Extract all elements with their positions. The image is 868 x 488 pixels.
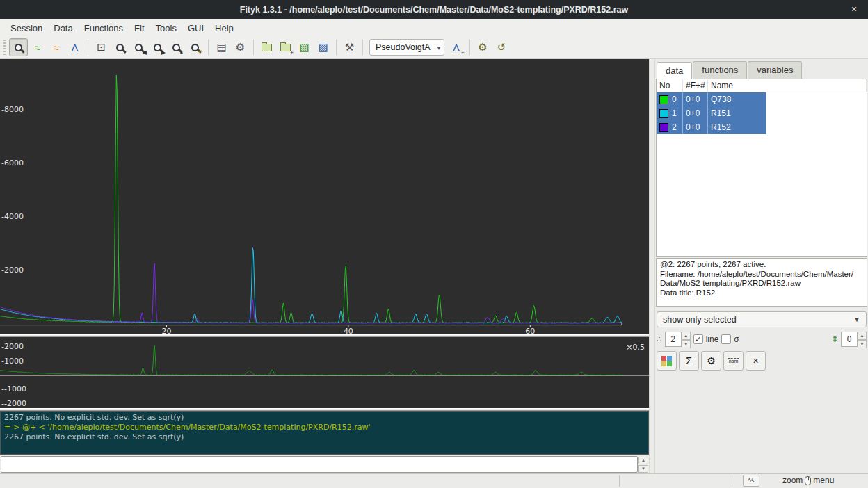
line-checkbox[interactable]: ✓ (693, 334, 703, 344)
zoom-undo-button[interactable]: ↶ (186, 38, 204, 56)
rename-button[interactable]: nam (723, 351, 744, 371)
dataset-color-swatch[interactable] (659, 123, 668, 132)
header-no[interactable]: No (657, 79, 683, 92)
menu-tools[interactable]: Tools (151, 21, 182, 35)
vertical-splitter[interactable] (649, 59, 655, 473)
table-row[interactable]: 0 0+0 Q738 (657, 92, 867, 106)
zoom-box-button[interactable] (111, 38, 129, 56)
aux-scale-label: ×0.5 (626, 343, 645, 352)
y-tick-label: -1000 (1, 357, 24, 366)
table-row[interactable]: 1 0+0 R151 (657, 106, 867, 120)
point-size-spinner[interactable]: 2 ▲▼ (665, 332, 691, 347)
shift-icon: ⇕ (831, 334, 838, 344)
history-down-icon[interactable]: ▼ (638, 465, 648, 473)
spin-up-icon[interactable]: ▲ (858, 332, 867, 340)
series-Q738 (0, 75, 622, 323)
close-icon[interactable]: × (847, 3, 861, 17)
function-type-value: PseudoVoigtA (376, 42, 431, 52)
plus-icon: + (461, 49, 465, 56)
data-range-mode-button[interactable]: ≈ (28, 38, 47, 56)
zoom-up-button[interactable]: ▲ (167, 38, 186, 56)
shift-spinner[interactable]: 0 ▲▼ (841, 332, 867, 347)
baseline-mode-button[interactable]: ≈ (47, 38, 65, 56)
save-image-button[interactable]: ▨ (314, 38, 332, 56)
add-function-button[interactable]: Λ+ (447, 38, 466, 56)
dataset-name: R152 (708, 120, 766, 134)
peak-draw-icon: Λ (71, 42, 78, 54)
magnifier-icon (116, 44, 124, 51)
session-log-button[interactable]: ▤ (212, 38, 231, 56)
magnifier-icon (15, 44, 22, 51)
gui-settings-button[interactable]: ⚙ (231, 38, 250, 56)
magnifier-right-icon (154, 44, 161, 51)
y-tick-label: --1000 (1, 384, 26, 393)
function-type-combobox[interactable]: PseudoVoigtA ▾ (369, 39, 444, 56)
app-window: Fityk 1.3.1 - /home/aleplo/test/Document… (0, 0, 868, 488)
menu-functions[interactable]: Functions (79, 21, 128, 35)
show-filter-combobox[interactable]: show only selected ▼ (657, 311, 867, 327)
statusbar-config-button[interactable]: ⅍ (743, 475, 760, 487)
sum-button[interactable]: Σ (679, 351, 699, 371)
sigma-checkbox[interactable] (721, 334, 731, 344)
chart-image-icon: ▧ (299, 41, 309, 54)
zoom-left-button[interactable]: ◀ (129, 38, 148, 56)
peak-add-icon: Λ (453, 42, 460, 54)
apply-functions-button[interactable]: ⚙ (701, 351, 721, 371)
y-tick-label: --2000 (1, 399, 26, 408)
command-history-spinner: ▲ ▼ (638, 457, 648, 473)
mouse-icon (805, 476, 811, 485)
toolbar-separator (88, 40, 88, 55)
script-icon: ▤ (216, 41, 226, 54)
window-title: Fityk 1.3.1 - /home/aleplo/test/Document… (240, 5, 628, 15)
spin-up-icon[interactable]: ▲ (682, 332, 691, 340)
info-line: Data/MoS2-templating/PXRD/R152.raw (660, 279, 863, 288)
undo-arrow-icon: ↶ (198, 49, 203, 56)
tab-data[interactable]: data (657, 62, 692, 79)
data-transform-button[interactable]: ⚒ (340, 38, 359, 56)
export-image-button[interactable]: ▧ (295, 38, 314, 56)
series-aux-trace (0, 345, 622, 375)
add-peak-mode-button[interactable]: Λ (65, 38, 84, 56)
header-f[interactable]: #F+# (683, 79, 708, 92)
table-row[interactable]: 2 0+0 R152 (657, 120, 867, 134)
menu-gui[interactable]: GUI (183, 21, 209, 35)
shift-value: 0 (841, 332, 858, 347)
y-tick-label: -6000 (1, 158, 24, 168)
auxiliary-plot[interactable]: ×0.5 -2000-1000--1000--2000 (0, 337, 649, 408)
spin-down-icon[interactable]: ▼ (682, 340, 691, 348)
menu-help[interactable]: Help (210, 21, 239, 35)
zoom-all-button[interactable]: ⊡ (92, 38, 111, 56)
open-data-button[interactable] (257, 38, 276, 56)
data-editor-button[interactable] (657, 351, 677, 371)
point-size-icon: ∴ (657, 334, 662, 344)
aux-plot-canvas (0, 337, 649, 408)
dataset-name: Q738 (708, 92, 766, 106)
dataset-color-swatch[interactable] (659, 95, 668, 104)
folder-open-icon (262, 44, 272, 51)
right-arrow-icon: ▶ (161, 49, 166, 56)
toolbar-drag-handle[interactable] (3, 40, 6, 55)
main-plot[interactable]: 204060-2000-4000-6000-8000 (0, 59, 649, 334)
spin-down-icon[interactable]: ▼ (858, 340, 867, 348)
history-up-icon[interactable]: ▲ (638, 457, 648, 464)
tab-variables[interactable]: variables (748, 61, 802, 79)
dataset-color-swatch[interactable] (659, 109, 668, 118)
zoom-mode-button[interactable] (9, 38, 28, 56)
chevron-down-icon: ▼ (853, 316, 860, 323)
fit-run-button[interactable]: ⚙ (474, 38, 492, 56)
zoom-right-button[interactable]: ▶ (148, 38, 167, 56)
info-line: @2: 2267 points, 2267 active. (660, 260, 863, 270)
delete-dataset-button[interactable]: × (746, 351, 766, 371)
command-input[interactable] (1, 456, 638, 473)
display-controls: ∴ 2 ▲▼ ✓ line σ ⇕ 0 ▲▼ (657, 332, 867, 347)
menu-data[interactable]: Data (49, 21, 77, 35)
tab-functions[interactable]: functions (693, 61, 747, 79)
y-tick-label: -4000 (1, 212, 24, 221)
save-image-icon: ▨ (318, 41, 328, 54)
menu-fit[interactable]: Fit (129, 21, 149, 35)
fit-undo-button[interactable]: ↺ (492, 38, 511, 56)
filter-value: show only selected (663, 315, 737, 325)
append-data-button[interactable]: + (276, 38, 295, 56)
header-name[interactable]: Name (708, 79, 867, 92)
menu-session[interactable]: Session (6, 21, 47, 35)
